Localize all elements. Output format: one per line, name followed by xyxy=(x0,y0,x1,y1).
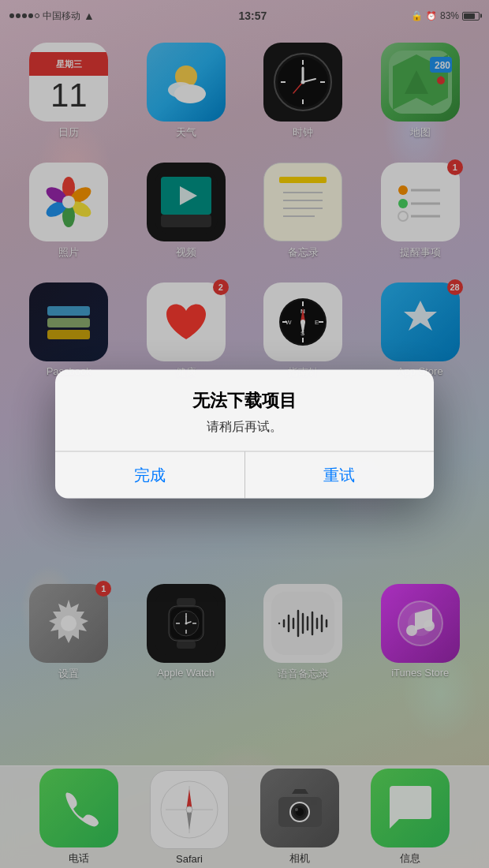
alert-message: 请稍后再试。 xyxy=(74,419,415,436)
battery-icon xyxy=(462,12,480,21)
wifi-icon: ▲ xyxy=(84,9,95,22)
alert-done-button[interactable]: 完成 xyxy=(55,452,245,499)
alert-buttons: 完成 重试 xyxy=(55,451,434,499)
alert-dialog: 无法下载项目 请稍后再试。 完成 重试 xyxy=(55,370,434,499)
alert-title: 无法下载项目 xyxy=(74,389,415,413)
status-bar: 中国移动 ▲ 13:57 🔒 ⏰ 83% xyxy=(0,0,489,32)
status-left: 中国移动 ▲ xyxy=(9,9,95,23)
signal-dots xyxy=(9,13,39,18)
time-display: 13:57 xyxy=(239,9,267,22)
alert-retry-button[interactable]: 重试 xyxy=(245,452,435,499)
alert-body: 无法下载项目 请稍后再试。 xyxy=(55,370,434,451)
alarm-icon: ⏰ xyxy=(426,11,437,21)
battery-text: 83% xyxy=(440,10,459,21)
status-right: 🔒 ⏰ 83% xyxy=(411,10,480,21)
carrier-label: 中国移动 xyxy=(43,9,80,23)
lock-icon: 🔒 xyxy=(411,10,423,21)
